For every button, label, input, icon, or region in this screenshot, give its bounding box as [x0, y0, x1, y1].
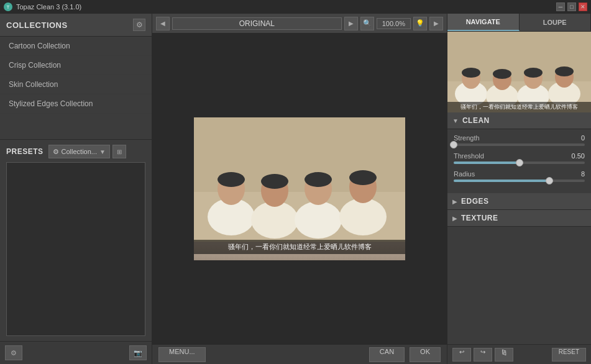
preset-dropdown[interactable]: ⚙ Collection... ▼ [48, 145, 110, 158]
title-bar-left: T Topaz Clean 3 (3.1.0) [4, 2, 81, 11]
strength-slider-row: Strength 0 [454, 134, 585, 146]
radius-track[interactable] [454, 180, 585, 182]
svg-point-13 [349, 170, 377, 185]
texture-collapse-arrow: ▶ [452, 215, 457, 222]
clean-collapse-arrow: ▼ [452, 117, 459, 124]
nav-tabs: NAVIGATE LOUPE [447, 14, 591, 32]
expand-button[interactable]: ▶ [429, 17, 443, 30]
right-bottom: ↩ ↪ ⧎ RESET [447, 344, 591, 364]
threshold-track[interactable] [454, 162, 585, 164]
thumbnail-caption: 骚年们，一看你们就知道经常上爱晒儿软件博客 [447, 102, 591, 112]
tab-loupe[interactable]: LOUPE [520, 14, 592, 31]
presets-controls: ⚙ Collection... ▼ ⊞ [48, 145, 126, 158]
thumbnail-image [447, 32, 591, 112]
title-bar: T Topaz Clean 3 (3.1.0) ─ □ ✕ [0, 0, 591, 14]
ok-button[interactable]: OK [410, 347, 441, 362]
canvas-area: 骚年们，一看你们就知道经常上爱晒儿软件博客 [152, 34, 447, 344]
center-bottom: MENU... CAN OK [152, 344, 447, 364]
mode-label: ORIGINAL [172, 17, 342, 30]
svg-point-5 [339, 198, 387, 235]
toolbar: ◀ ORIGINAL ▶ 🔍 100.0% 💡 ▶ [152, 14, 447, 34]
image-content [194, 117, 405, 260]
sidebar: COLLECTIONS ⚙ Cartoon Collection Crisp C… [0, 14, 152, 364]
strength-label: Strength [454, 134, 480, 142]
svg-point-24 [462, 68, 480, 78]
svg-point-12 [305, 172, 332, 187]
presets-header: PRESETS ⚙ Collection... ▼ ⊞ [6, 145, 145, 158]
threshold-thumb[interactable] [516, 159, 523, 166]
presets-label: PRESETS [6, 147, 44, 156]
threshold-slider-row: Threshold 0.50 [454, 152, 585, 164]
sidebar-camera-button[interactable]: 📷 [129, 345, 147, 360]
strength-value: 0 [581, 134, 585, 142]
presets-section: PRESETS ⚙ Collection... ▼ ⊞ [0, 139, 152, 341]
right-panel: NAVIGATE LOUPE [447, 14, 591, 364]
collection-item-skin[interactable]: Skin Collection [0, 75, 152, 94]
threshold-fill [454, 162, 520, 164]
svg-point-10 [218, 172, 245, 187]
svg-point-11 [261, 174, 288, 189]
texture-section-title: TEXTURE [461, 214, 498, 222]
collection-item-cartoon[interactable]: Cartoon Collection [0, 37, 152, 56]
strength-thumb[interactable] [450, 141, 457, 148]
radius-label: Radius [454, 170, 475, 178]
close-button[interactable]: ✕ [579, 2, 587, 11]
chevron-down-icon: ▼ [99, 148, 106, 155]
zoom-level: 100.0% [377, 18, 411, 29]
texture-section-header[interactable]: ▶ TEXTURE [447, 210, 591, 227]
menu-button[interactable]: MENU... [158, 347, 206, 362]
collections-header: COLLECTIONS ⚙ [0, 14, 152, 37]
tab-navigate[interactable]: NAVIGATE [447, 14, 520, 31]
threshold-value: 0.50 [572, 152, 585, 160]
svg-point-4 [295, 201, 342, 239]
sidebar-settings-button[interactable]: ⚙ [5, 345, 22, 360]
collection-list: Cartoon Collection Crisp Collection Skin… [0, 37, 152, 139]
next-button[interactable]: ▶ [344, 17, 358, 30]
clean-section-content: Strength 0 Threshold 0.50 [447, 129, 591, 193]
search-icon[interactable]: 🔍 [360, 17, 374, 30]
edges-section-title: EDGES [461, 197, 489, 206]
clean-section-title: CLEAN [462, 116, 490, 125]
window-controls[interactable]: ─ □ ✕ [556, 2, 587, 11]
reset-button[interactable]: RESET [552, 348, 586, 362]
collections-label: COLLECTIONS [6, 20, 68, 30]
adjustments-panel: ▼ CLEAN Strength 0 [447, 112, 591, 344]
collections-settings-button[interactable]: ⚙ [133, 19, 145, 31]
radius-value: 8 [581, 170, 585, 178]
prev-button[interactable]: ◀ [156, 17, 170, 30]
radius-thumb[interactable] [546, 177, 553, 184]
minimize-button[interactable]: ─ [556, 2, 565, 11]
preset-dropdown-icon: ⚙ [53, 148, 59, 156]
collection-item-stylized[interactable]: Stylized Edges Collection [0, 94, 152, 114]
preset-grid-button[interactable]: ⊞ [112, 145, 126, 158]
bulb-icon[interactable]: 💡 [413, 17, 427, 30]
svg-point-27 [555, 66, 574, 76]
presets-list-area [6, 162, 145, 336]
clean-section-header[interactable]: ▼ CLEAN [447, 112, 591, 129]
sidebar-bottom: ⚙ 📷 [0, 341, 152, 364]
main-image: 骚年们，一看你们就知道经常上爱晒儿软件博客 [194, 117, 405, 260]
svg-point-25 [493, 69, 511, 79]
svg-point-26 [524, 68, 543, 78]
window-title: Topaz Clean 3 (3.1.0) [16, 3, 81, 11]
radius-fill [454, 180, 549, 182]
redo-button[interactable]: ↪ [474, 348, 492, 362]
thumbnail-area: 骚年们，一看你们就知道经常上爱晒儿软件博客 [447, 32, 591, 112]
preset-dropdown-text: Collection... [62, 148, 97, 155]
radius-slider-row: Radius 8 [454, 170, 585, 182]
app-icon: T [4, 2, 12, 11]
main-layout: COLLECTIONS ⚙ Cartoon Collection Crisp C… [0, 14, 591, 364]
undo-button[interactable]: ↩ [452, 348, 471, 362]
image-caption: 骚年们，一看你们就知道经常上爱晒儿软件博客 [194, 240, 405, 254]
maximize-button[interactable]: □ [567, 2, 576, 11]
collection-item-crisp[interactable]: Crisp Collection [0, 56, 152, 75]
edges-section-header[interactable]: ▶ EDGES [447, 193, 591, 210]
cancel-button[interactable]: CAN [369, 347, 405, 362]
compare-button[interactable]: ⧎ [495, 348, 513, 362]
center-panel: ◀ ORIGINAL ▶ 🔍 100.0% 💡 ▶ [152, 14, 447, 364]
threshold-label: Threshold [454, 152, 484, 160]
edges-collapse-arrow: ▶ [452, 198, 457, 205]
strength-track[interactable] [454, 143, 585, 146]
